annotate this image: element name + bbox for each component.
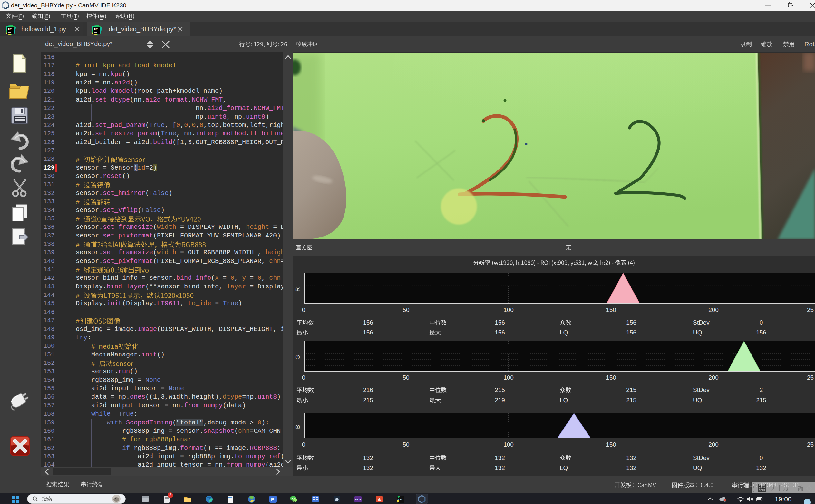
svg-text:PC: PC (94, 27, 98, 31)
svg-text:P: P (271, 497, 274, 502)
svg-text:PC: PC (398, 498, 402, 501)
svg-text:DEV: DEV (355, 498, 361, 501)
svg-text:PC: PC (8, 27, 12, 31)
